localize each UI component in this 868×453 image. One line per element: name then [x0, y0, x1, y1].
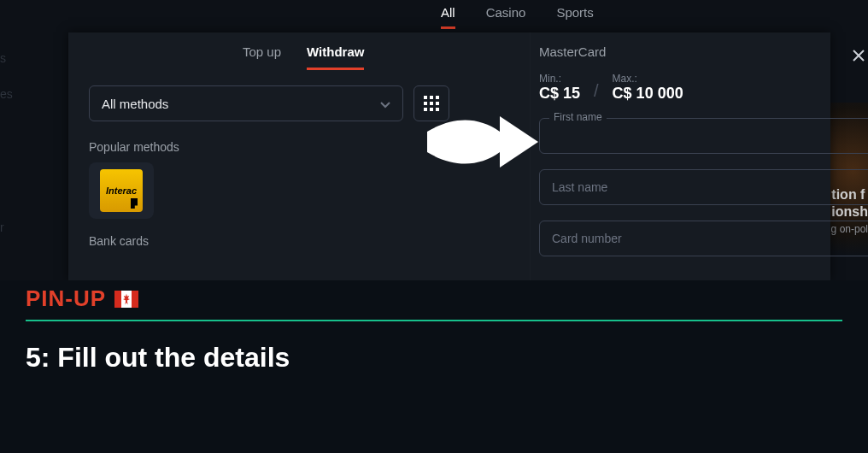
close-button[interactable]: [853, 48, 865, 66]
caption-overlay: PIN-UP 5: Fill out the details: [0, 280, 868, 453]
max-label: Max.:: [613, 73, 683, 85]
wallet-subtabs: Top up Withdraw: [243, 44, 480, 70]
brand-row: PIN-UP: [26, 285, 138, 312]
screenshot-stage: s es r tion f ionsh have g on-pol All Ca…: [0, 0, 868, 453]
first-name-input[interactable]: [539, 118, 868, 154]
withdraw-form-pane: MasterCard Min.: C$ 15 / Max.: C$ 10 000…: [530, 32, 868, 280]
step-caption: 5: Fill out the details: [26, 342, 290, 374]
method-select[interactable]: All methods: [89, 85, 403, 121]
svg-rect-8: [436, 108, 439, 111]
min-value: C$ 15: [539, 85, 580, 103]
field-last-name: [539, 169, 859, 205]
field-first-name: First name: [539, 118, 859, 154]
section-bankcards-label: Bank cards: [89, 234, 480, 248]
last-name-input[interactable]: [539, 169, 868, 205]
svg-rect-5: [436, 102, 439, 105]
section-popular-label: Popular methods: [89, 140, 480, 154]
svg-rect-0: [424, 96, 427, 99]
field-card-number: [539, 221, 859, 256]
first-name-label: First name: [549, 111, 607, 123]
close-icon: [853, 50, 865, 62]
interac-icon: Interac: [100, 169, 143, 212]
chevron-down-icon: [380, 97, 390, 111]
withdraw-left-pane: Top up Withdraw All methods: [68, 32, 496, 280]
svg-rect-2: [436, 96, 439, 99]
subtab-topup[interactable]: Top up: [243, 44, 281, 70]
limits-row: Min.: C$ 15 / Max.: C$ 10 000: [539, 73, 859, 103]
grid-icon: [424, 96, 439, 111]
bg-left-menu: s es r: [0, 51, 13, 256]
limits-separator: /: [594, 81, 599, 101]
accent-rule: [26, 320, 842, 321]
min-label: Min.:: [539, 73, 580, 85]
svg-rect-1: [430, 96, 433, 99]
method-filter-row: All methods: [89, 85, 480, 121]
card-number-input[interactable]: [539, 221, 868, 256]
grid-view-button[interactable]: [413, 85, 449, 121]
payment-tile-interac[interactable]: Interac: [89, 162, 154, 219]
withdraw-modal: Top up Withdraw All methods: [68, 32, 830, 280]
tab-casino[interactable]: Casino: [486, 5, 526, 29]
subtab-withdraw[interactable]: Withdraw: [307, 44, 364, 70]
form-title: MasterCard: [539, 44, 859, 59]
category-tabs: All Casino Sports: [0, 5, 868, 29]
svg-rect-6: [424, 108, 427, 111]
pinup-logo: PIN-UP: [26, 285, 106, 312]
svg-rect-4: [430, 102, 433, 105]
method-select-label: All methods: [102, 97, 168, 111]
svg-rect-7: [430, 108, 433, 111]
canada-flag-icon: [114, 291, 138, 308]
svg-rect-3: [424, 102, 427, 105]
tab-all[interactable]: All: [441, 5, 455, 29]
max-value: C$ 10 000: [613, 85, 683, 103]
tab-sports[interactable]: Sports: [556, 5, 593, 29]
